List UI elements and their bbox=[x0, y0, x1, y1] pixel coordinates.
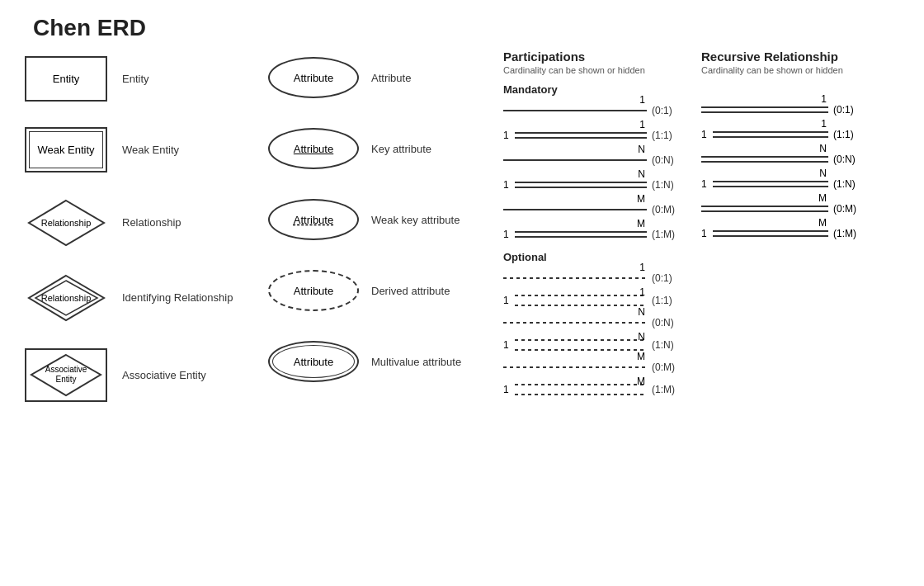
part-line-optional-1-N: N bbox=[515, 339, 647, 351]
part-row-mandatory-1-M: 1 M (1:M) bbox=[503, 226, 685, 243]
attributes-panel: Attribute Attribute Attribute Key attrib… bbox=[264, 50, 495, 421]
dashed-line-opt-1-Na bbox=[515, 339, 647, 341]
part-row-optional-1-1: 1 1 (1:1) bbox=[503, 295, 685, 306]
part-line-mandatory-0-M: M bbox=[503, 201, 647, 218]
part-line-optional-0-N: N bbox=[503, 314, 647, 331]
part-left-1-M: 1 bbox=[503, 229, 513, 240]
dashed-line-opt-1-Mb bbox=[515, 394, 647, 395]
part-opt-num-right-1-M: M bbox=[637, 376, 645, 387]
part-row-mandatory-0-M: M (0:M) bbox=[503, 201, 685, 218]
attr-row-multivalue-attribute: Attribute Multivalue attribute bbox=[264, 333, 495, 390]
rec-num-right-1-1: 1 bbox=[821, 118, 827, 130]
rec-line-0-M: M bbox=[701, 201, 828, 217]
rec-left-1-1: 1 bbox=[701, 129, 711, 140]
part-opt-card-1-1: (1:1) bbox=[652, 295, 685, 306]
part-line-optional-0-M: M bbox=[503, 359, 647, 376]
part-num-right-0-1: 1 bbox=[639, 94, 645, 106]
part-row-optional-1-M: 1 M (1:M) bbox=[503, 384, 685, 395]
part-row-mandatory-1-N: 1 N (1:N) bbox=[503, 177, 685, 193]
weak-entity-shape-label: Weak Entity bbox=[37, 144, 94, 156]
rec-row-0-1: 1 (0:1) bbox=[701, 102, 866, 118]
rec-row-1-M: 1 M (1:M) bbox=[701, 225, 866, 242]
optional-label: Optional bbox=[503, 251, 685, 263]
part-row-mandatory-0-N: N (0:N) bbox=[503, 152, 685, 168]
weak-entity-shape: Weak Entity bbox=[25, 127, 107, 172]
dashed-line-opt-1-1a bbox=[515, 295, 647, 296]
part-card-0-M: (0:M) bbox=[652, 204, 685, 215]
part-num-right-1-1: 1 bbox=[639, 119, 645, 130]
attribute-label: Attribute bbox=[371, 72, 411, 84]
derived-attribute-label: Derived attribute bbox=[371, 285, 450, 297]
rec-card-1-N: (1:N) bbox=[833, 178, 866, 190]
part-opt-card-0-1: (0:1) bbox=[652, 272, 685, 284]
weak-entity-shape-container: Weak Entity bbox=[16, 127, 116, 172]
rec-left-1-N: 1 bbox=[701, 178, 711, 190]
recursive-spacer bbox=[701, 83, 866, 102]
part-left-1-N: 1 bbox=[503, 179, 513, 191]
rec-num-right-1-N: N bbox=[819, 168, 827, 179]
solid-line-0-M bbox=[503, 209, 647, 210]
identifying-rel-shape-container: Relationship bbox=[16, 274, 116, 322]
rec-double-0-N bbox=[701, 156, 828, 163]
dashed-line-opt-1-Ma bbox=[515, 384, 647, 385]
dashed-line-opt-0-N bbox=[503, 322, 647, 324]
part-card-1-M: (1:M) bbox=[652, 229, 685, 240]
rec-double-0-M bbox=[701, 206, 828, 212]
associative-entity-text: AssociativeEntity bbox=[45, 365, 87, 385]
participations-subtitle: Cardinality can be shown or hidden bbox=[503, 65, 685, 75]
part-row-optional-0-N: N (0:N) bbox=[503, 314, 685, 331]
rec-card-1-1: (1:1) bbox=[833, 129, 866, 140]
double-line-1-1 bbox=[515, 132, 647, 139]
identifying-rel-label: Identifying Relationship bbox=[122, 291, 233, 304]
associative-entity-shape-container: AssociativeEntity bbox=[16, 348, 116, 402]
part-left-1-1: 1 bbox=[503, 130, 513, 141]
shape-row-associative-entity: AssociativeEntity Associative Entity bbox=[16, 342, 264, 408]
relationship-shape: Relationship bbox=[27, 199, 106, 247]
part-opt-num-right-0-N: N bbox=[638, 306, 645, 318]
double-line-1-M bbox=[515, 231, 647, 238]
part-row-mandatory-0-1: 1 (0:1) bbox=[503, 102, 685, 119]
rec-card-1-M: (1:M) bbox=[833, 228, 866, 239]
part-line-optional-1-1: 1 bbox=[515, 295, 647, 306]
key-attribute-label: Key attribute bbox=[371, 143, 431, 155]
key-attribute-ellipse: Attribute bbox=[268, 128, 359, 169]
attribute-ellipse-text: Attribute bbox=[294, 72, 333, 84]
rec-card-0-1: (0:1) bbox=[833, 104, 866, 116]
recursive-subtitle: Cardinality can be shown or hidden bbox=[701, 65, 866, 75]
part-opt-num-right-0-1: 1 bbox=[639, 262, 645, 273]
part-line-optional-1-M: M bbox=[515, 384, 647, 395]
rec-row-0-N: N (0:N) bbox=[701, 151, 866, 168]
dashed-line-opt-1-Nb bbox=[515, 349, 647, 351]
part-line-mandatory-1-N: N bbox=[515, 177, 647, 193]
weak-entity-label: Weak Entity bbox=[122, 144, 179, 156]
weak-key-attribute-ellipse-text: Attribute bbox=[294, 214, 333, 226]
rec-line-0-N: N bbox=[701, 151, 828, 168]
rec-double-1-M bbox=[713, 230, 828, 237]
multivalue-attribute-ellipse-container: Attribute bbox=[264, 339, 363, 385]
rec-line-1-N: N bbox=[713, 176, 828, 192]
weak-key-attribute-label: Weak key attribute bbox=[371, 214, 460, 226]
part-row-optional-0-1: 1 (0:1) bbox=[503, 270, 685, 286]
part-num-right-1-M: M bbox=[637, 218, 645, 229]
entity-shape-container: Entity bbox=[16, 56, 116, 102]
relationship-shape-container: Relationship bbox=[16, 199, 116, 247]
rec-line-0-1: 1 bbox=[701, 102, 828, 118]
attr-row-weak-key-attribute: Attribute Weak key attribute bbox=[264, 191, 495, 248]
recursive-panel: Recursive Relationship Cardinality can b… bbox=[685, 50, 866, 421]
part-line-mandatory-0-1: 1 bbox=[503, 102, 647, 119]
entity-shape-label: Entity bbox=[53, 73, 80, 85]
part-num-right-1-N: N bbox=[638, 168, 645, 180]
rec-num-right-0-M: M bbox=[818, 192, 827, 204]
solid-line-0-1 bbox=[503, 110, 647, 111]
identifying-relationship-shape: Relationship bbox=[27, 274, 106, 322]
attribute-ellipse: Attribute bbox=[268, 57, 359, 98]
relationship-label: Relationship bbox=[122, 216, 182, 229]
part-line-optional-0-1: 1 bbox=[503, 270, 647, 286]
rec-line-1-M: M bbox=[713, 225, 828, 242]
associative-entity-shape: AssociativeEntity bbox=[25, 348, 107, 402]
entity-label: Entity bbox=[122, 73, 149, 85]
part-line-mandatory-1-1: 1 bbox=[515, 127, 647, 144]
attribute-ellipse-container: Attribute bbox=[264, 55, 363, 101]
part-row-optional-1-N: 1 N (1:N) bbox=[503, 339, 685, 351]
rec-line-1-1: 1 bbox=[713, 126, 828, 143]
